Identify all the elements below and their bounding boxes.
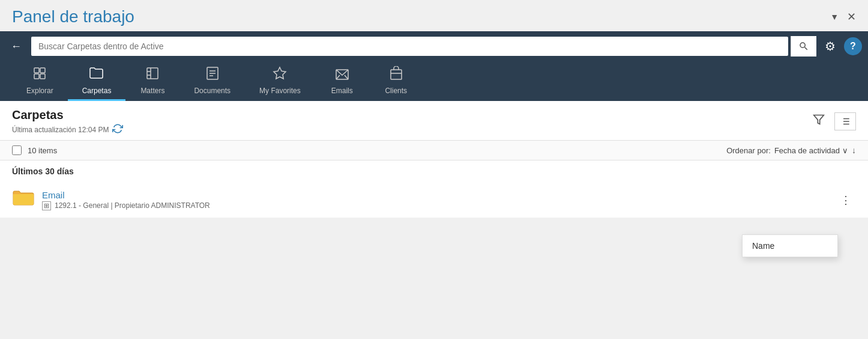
sort-value: Fecha de actividad — [774, 146, 840, 155]
tab-emails-label: Emails — [331, 87, 353, 95]
list-item: Email ⊞ 1292.1 - General | Propietario A… — [0, 182, 868, 218]
refresh-icon[interactable] — [112, 123, 123, 136]
svg-rect-0 — [34, 68, 39, 73]
tab-my-favorites-label: My Favorites — [259, 87, 301, 95]
items-bar-left: 10 items — [12, 145, 57, 155]
item-actions-button[interactable]: ⋮ — [836, 194, 856, 207]
tab-clients[interactable]: Clients — [369, 61, 423, 101]
view-toggle-button[interactable] — [834, 112, 856, 130]
minimize-button[interactable]: ▼ — [830, 12, 839, 22]
tab-carpetas-label: Carpetas — [82, 87, 112, 95]
sort-direction-icon[interactable]: ↓ — [852, 145, 856, 155]
content-header-left: Carpetas Última actualización 12:04 PM — [12, 108, 123, 136]
tab-explorar-label: Explorar — [26, 87, 53, 95]
item-count: 10 items — [28, 146, 57, 155]
svg-rect-3 — [40, 74, 45, 79]
nav-tabs: Explorar Carpetas Matters — [0, 61, 868, 101]
clients-icon — [390, 66, 403, 83]
item-meta: ⊞ 1292.1 - General | Propietario ADMINIS… — [42, 201, 828, 210]
tab-matters[interactable]: Matters — [125, 61, 179, 101]
close-button[interactable]: ✕ — [847, 10, 856, 23]
svg-rect-2 — [34, 74, 39, 79]
back-button[interactable]: ← — [6, 38, 26, 55]
folder-icon — [12, 188, 35, 212]
tab-emails[interactable]: Emails — [315, 63, 369, 101]
content-area: Carpetas Última actualización 12:04 PM — [0, 101, 868, 218]
search-icon — [798, 41, 809, 52]
filter-button[interactable] — [808, 111, 830, 132]
svg-rect-16 — [391, 70, 402, 79]
carpetas-icon — [89, 66, 104, 83]
favorites-icon — [273, 66, 287, 83]
items-bar: 10 items Ordenar por: Fecha de actividad… — [0, 141, 868, 160]
select-all-checkbox[interactable] — [12, 145, 22, 155]
content-header: Carpetas Última actualización 12:04 PM — [0, 101, 868, 141]
tab-my-favorites[interactable]: My Favorites — [245, 61, 315, 101]
search-button[interactable] — [791, 36, 816, 56]
settings-button[interactable]: ⚙ — [821, 37, 839, 56]
last-updated-text: Última actualización 12:04 PM — [12, 126, 109, 134]
tab-documents[interactable]: Documents — [179, 61, 245, 101]
tab-clients-label: Clients — [385, 87, 407, 95]
item-info: Email ⊞ 1292.1 - General | Propietario A… — [42, 190, 828, 210]
sort-popup: Name — [742, 234, 838, 257]
sort-label: Ordenar por: — [726, 146, 771, 155]
content-title: Carpetas — [12, 108, 123, 122]
title-bar-controls: ▼ ✕ — [830, 10, 856, 23]
list-view-icon — [840, 116, 851, 127]
documents-icon — [206, 66, 219, 83]
tab-matters-label: Matters — [140, 87, 164, 95]
emails-icon — [335, 67, 349, 83]
svg-line-14 — [345, 75, 348, 79]
tab-documents-label: Documents — [194, 87, 231, 95]
search-input[interactable] — [31, 37, 788, 56]
matters-icon — [145, 66, 160, 83]
sort-chevron-icon: ∨ — [842, 146, 848, 155]
page-title: Panel de trabajo — [12, 7, 134, 26]
svg-rect-4 — [147, 68, 158, 79]
svg-rect-1 — [40, 68, 45, 73]
help-button[interactable]: ? — [844, 37, 862, 55]
item-meta-text: 1292.1 - General | Propietario ADMINISTR… — [55, 201, 210, 210]
explorar-icon — [32, 66, 47, 83]
svg-marker-12 — [274, 67, 286, 79]
toolbar: ← ⚙ ? — [0, 31, 868, 61]
last-updated: Última actualización 12:04 PM — [12, 123, 123, 136]
title-bar: Panel de trabajo ▼ ✕ — [0, 0, 868, 31]
item-name[interactable]: Email — [42, 190, 828, 200]
tab-explorar[interactable]: Explorar — [12, 61, 68, 101]
svg-line-15 — [336, 75, 340, 79]
sort-option-name[interactable]: Name — [743, 235, 837, 257]
sort-dropdown[interactable]: Fecha de actividad ∨ — [774, 146, 848, 155]
tab-carpetas[interactable]: Carpetas — [68, 61, 126, 101]
svg-marker-18 — [814, 115, 824, 124]
filter-icon — [813, 114, 825, 126]
meta-icon: ⊞ — [42, 201, 51, 210]
content-header-right — [808, 108, 856, 132]
items-bar-right: Ordenar por: Fecha de actividad ∨ ↓ — [726, 145, 856, 155]
section-label: Últimos 30 días — [12, 166, 856, 176]
section-group: Últimos 30 días — [0, 160, 868, 182]
